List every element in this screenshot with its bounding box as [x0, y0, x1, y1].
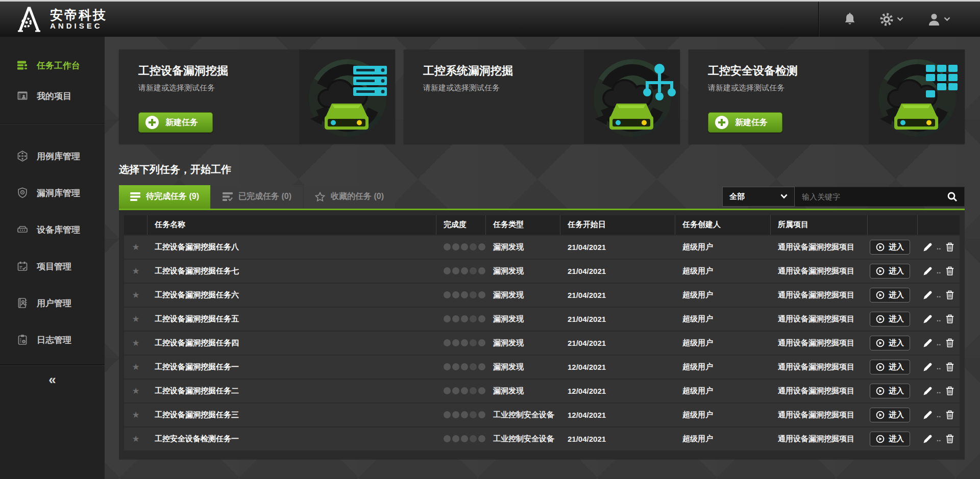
progress-dots: [436, 363, 486, 370]
edit-pencil-icon[interactable]: [923, 435, 932, 443]
sidebar-item-log-management[interactable]: 日志管理: [0, 321, 105, 358]
favorite-star-icon[interactable]: ★: [132, 362, 139, 372]
favorite-cell: ★: [124, 434, 148, 444]
task-project: 通用设备漏洞挖掘项目: [771, 266, 868, 276]
task-name-link[interactable]: 工控设备漏洞挖掘任务三: [148, 410, 436, 420]
enter-cell: 进入: [868, 360, 918, 374]
project-management-icon: [17, 261, 28, 272]
card-subtitle: 请新建或选择测试任务: [138, 83, 395, 93]
header-project: 所属项目: [771, 215, 868, 235]
favorite-star-icon[interactable]: ★: [132, 242, 139, 253]
enter-task-button[interactable]: 进入: [870, 312, 910, 326]
task-project: 通用设备漏洞挖掘项目: [771, 242, 868, 252]
edit-pencil-icon[interactable]: [923, 339, 932, 347]
sidebar-item-usecase-library[interactable]: 用例库管理: [0, 138, 105, 174]
user-menu[interactable]: [928, 13, 950, 26]
favorite-cell: ★: [124, 338, 148, 348]
edit-pencil-icon[interactable]: [923, 267, 932, 275]
sidebar-item-vulnerability-library[interactable]: 漏洞库管理: [0, 174, 105, 211]
task-creator: 超级用户: [675, 386, 771, 396]
favorite-star-icon[interactable]: ★: [132, 314, 139, 324]
task-name-link[interactable]: 工控设备漏洞挖掘任务一: [148, 362, 436, 372]
settings-menu[interactable]: [880, 13, 903, 26]
new-task-button[interactable]: 新建任务: [708, 112, 782, 133]
delete-trash-icon[interactable]: [946, 266, 954, 275]
card-device-vuln-mining: 工控设备漏洞挖掘 请新建或选择测试任务 新建任务: [119, 49, 395, 144]
notifications-bell-icon[interactable]: [844, 13, 855, 26]
sidebar-item-device-library[interactable]: 设备库管理: [0, 211, 105, 248]
tab-completed-tasks[interactable]: 已完成任务 (0): [211, 185, 303, 209]
favorite-star-icon[interactable]: ★: [132, 338, 139, 348]
progress-dots: [436, 435, 486, 442]
favorite-star-icon[interactable]: ★: [132, 266, 139, 276]
delete-trash-icon[interactable]: [946, 386, 954, 395]
enter-task-button[interactable]: 进入: [870, 384, 910, 398]
favorite-star-icon[interactable]: ★: [132, 434, 139, 444]
user-icon: [928, 13, 940, 26]
search-input[interactable]: [795, 192, 945, 201]
enter-task-button[interactable]: 进入: [870, 408, 910, 422]
favorite-star-icon[interactable]: ★: [132, 410, 139, 420]
enter-cell: 进入: [868, 408, 918, 422]
delete-trash-icon[interactable]: [946, 290, 954, 299]
sidebar-item-my-projects[interactable]: 我的项目: [0, 81, 105, 111]
edit-pencil-icon[interactable]: [923, 291, 932, 299]
tabs-row: 待完成任务 (9) 已完成任务 (0) 收藏的任务 (0) 全部: [119, 185, 965, 209]
delete-trash-icon[interactable]: [946, 362, 954, 371]
search-button[interactable]: [945, 191, 964, 202]
sidebar-item-task-workbench[interactable]: 任务工作台: [0, 50, 105, 81]
tab-pending-tasks[interactable]: 待完成任务 (9): [119, 185, 210, 209]
favorite-star-icon[interactable]: ★: [132, 386, 139, 396]
play-circle-icon: [876, 315, 885, 323]
table-filters: 全部: [722, 187, 965, 207]
task-start-date: 12/04/2021: [560, 411, 675, 419]
task-project: 通用设备漏洞挖掘项目: [771, 314, 868, 324]
task-type: 漏洞发现: [486, 266, 560, 276]
edit-pencil-icon[interactable]: [923, 411, 932, 419]
tab-favorite-tasks[interactable]: 收藏的任务 (0): [304, 185, 395, 209]
delete-trash-icon[interactable]: [946, 410, 954, 419]
sidebar-item-label: 我的项目: [37, 90, 71, 102]
table-header: 任务名称 完成度 任务类型 任务开始日 任务创建人 所属项目: [124, 215, 960, 235]
enter-task-button[interactable]: 进入: [870, 360, 910, 374]
favorite-star-icon[interactable]: ★: [132, 290, 139, 300]
action-separator-dots: ‥: [937, 339, 942, 347]
sidebar-collapse-button[interactable]: «: [0, 364, 105, 394]
table-row: ★ 工控设备漏洞挖掘任务八 漏洞发现 21/04/2021 超级用户 通用设备漏…: [124, 236, 960, 259]
new-task-button[interactable]: 新建任务: [138, 112, 213, 133]
enter-task-button[interactable]: 进入: [870, 336, 910, 350]
sidebar-item-user-management[interactable]: 用户管理: [0, 285, 105, 321]
task-name-link[interactable]: 工控设备漏洞挖掘任务五: [148, 314, 436, 324]
enter-cell: 进入: [868, 384, 918, 398]
category-dropdown[interactable]: 全部: [722, 187, 795, 207]
brand-name-cn: 安帝科技: [50, 8, 107, 21]
action-separator-dots: ‥: [937, 387, 942, 395]
play-circle-icon: [876, 291, 885, 299]
delete-trash-icon[interactable]: [946, 434, 954, 443]
action-separator-dots: ‥: [937, 243, 942, 251]
task-name-link[interactable]: 工控设备漏洞挖掘任务四: [148, 338, 436, 348]
collapse-left-icon: «: [48, 372, 56, 388]
progress-dots: [436, 387, 486, 394]
task-name-link[interactable]: 工控设备漏洞挖掘任务八: [148, 242, 436, 252]
edit-pencil-icon[interactable]: [923, 243, 932, 251]
enter-task-button[interactable]: 进入: [870, 264, 910, 279]
enter-task-button[interactable]: 进入: [870, 288, 910, 302]
favorite-cell: ★: [124, 410, 148, 420]
enter-task-button[interactable]: 进入: [870, 240, 910, 255]
device-library-icon: [17, 224, 28, 235]
task-name-link[interactable]: 工控设备漏洞挖掘任务七: [148, 266, 436, 276]
task-name-link[interactable]: 工控设备漏洞挖掘任务六: [148, 290, 436, 300]
edit-pencil-icon[interactable]: [923, 387, 932, 395]
task-name-link[interactable]: 工控设备漏洞挖掘任务二: [148, 386, 436, 396]
task-creator: 超级用户: [675, 266, 771, 276]
delete-trash-icon[interactable]: [946, 314, 954, 323]
row-actions: ‥: [918, 434, 960, 443]
delete-trash-icon[interactable]: [946, 242, 954, 251]
delete-trash-icon[interactable]: [946, 338, 954, 347]
enter-task-button[interactable]: 进入: [870, 432, 910, 446]
edit-pencil-icon[interactable]: [923, 363, 932, 371]
edit-pencil-icon[interactable]: [923, 315, 932, 323]
sidebar-item-project-management[interactable]: 项目管理: [0, 248, 105, 285]
task-name-link[interactable]: 工控安全设备检测任务一: [148, 434, 436, 444]
